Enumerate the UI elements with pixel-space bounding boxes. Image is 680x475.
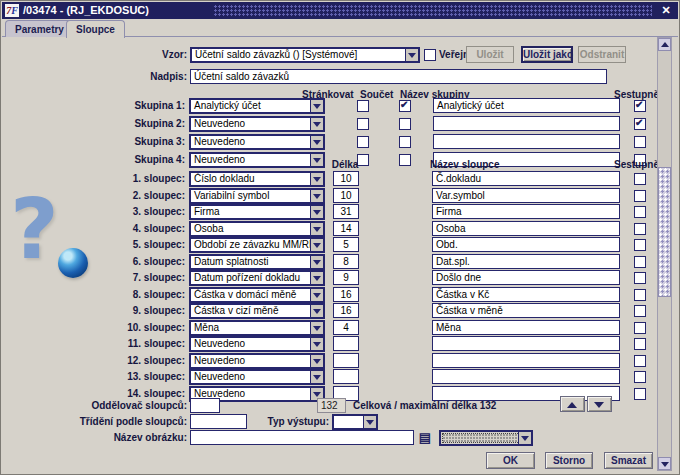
chevron-down-icon[interactable] [310,371,323,383]
trideni-field[interactable] [190,414,247,429]
move-down-button[interactable] [587,396,612,412]
nazev-obrazku-field[interactable] [190,430,414,445]
delka-field[interactable]: 5 [333,237,359,252]
group-combo[interactable]: Analytický účet [189,98,325,114]
typ-vystupu-combo[interactable] [332,414,378,430]
nadpis-field[interactable]: Účetní saldo závazků [190,69,607,84]
chevron-down-icon[interactable] [310,355,323,367]
move-up-button[interactable] [560,396,585,412]
sestupne-checkbox[interactable] [634,371,646,383]
delka-field[interactable]: 10 [333,171,359,186]
column-name-field[interactable] [432,336,620,351]
sestupne-checkbox[interactable] [634,388,646,400]
column-combo[interactable]: Neuvedeno [189,369,325,385]
column-name-field[interactable]: Částka v měně [432,303,620,318]
delka-field[interactable]: 9 [333,270,359,285]
column-name-field[interactable]: Osoba [432,221,620,236]
list-picker-icon[interactable]: ▤ [417,430,433,445]
tab-sloupce[interactable]: Sloupce [66,20,125,38]
chevron-down-icon[interactable] [310,223,323,235]
chevron-down-icon[interactable] [310,322,323,334]
sestupne-checkbox[interactable] [634,206,646,218]
delka-field[interactable] [333,369,359,384]
sestupne-checkbox[interactable] [634,305,646,317]
strankovat-checkbox[interactable] [357,100,369,112]
sestupne-checkbox[interactable] [634,272,646,284]
column-name-field[interactable] [432,369,620,384]
chevron-down-icon[interactable] [310,239,323,251]
delka-field[interactable] [333,353,359,368]
delka-field[interactable]: 16 [333,287,359,302]
chevron-down-icon[interactable] [310,118,323,130]
close-icon[interactable] [659,3,673,17]
vzor-combo[interactable]: Účetní saldo závazků () [Systémové] [190,47,420,63]
image-combo[interactable] [439,430,533,446]
ok-button[interactable]: OK [486,452,535,469]
vertical-scrollbar[interactable] [657,37,672,471]
column-name-field[interactable]: Var.symbol [432,188,620,203]
group-name-field[interactable] [433,134,620,149]
tab-parametry[interactable]: Parametry [5,20,74,37]
column-name-field[interactable]: Firma [432,204,620,219]
column-name-field[interactable] [432,353,620,368]
soucet-checkbox[interactable] [399,100,411,112]
delka-field[interactable]: 31 [333,204,359,219]
sestupne-checkbox[interactable] [634,173,646,185]
oddelovac-field[interactable] [190,398,220,413]
scroll-up-icon[interactable] [658,38,671,51]
column-name-field[interactable]: Č.dokladu [432,171,620,186]
column-name-field[interactable]: Měna [432,320,620,335]
column-name-field[interactable]: Částka v Kč [432,287,620,302]
sestupne-checkbox[interactable] [634,118,646,130]
column-combo[interactable]: Firma [189,204,325,220]
group-name-field[interactable] [433,116,620,131]
column-combo[interactable]: Částka v domácí měně [189,287,325,303]
group-combo[interactable]: Neuvedeno [189,152,325,168]
column-name-field[interactable]: Došlo dne [432,270,620,285]
sestupne-checkbox[interactable] [634,136,646,148]
column-combo[interactable]: Datum pořízení dokladu [189,270,325,286]
chevron-down-icon[interactable] [310,206,323,218]
delka-field[interactable] [333,336,359,351]
soucet-checkbox[interactable] [399,118,411,130]
sestupne-checkbox[interactable] [634,256,646,268]
column-combo[interactable]: Měna [189,320,325,336]
ulozit-button[interactable]: Uložit [466,46,514,63]
chevron-down-icon[interactable] [310,190,323,202]
delka-field[interactable]: 14 [333,221,359,236]
chevron-down-icon[interactable] [310,136,323,148]
chevron-down-icon[interactable] [310,272,323,284]
column-combo[interactable]: Období ze závazku MM/RR [189,237,325,253]
column-combo[interactable]: Neuvedeno [189,353,325,369]
sestupne-checkbox[interactable] [634,322,646,334]
group-name-field[interactable]: Analytický účet [433,98,620,113]
ulozit-jako-button[interactable]: Uložit jako [521,46,573,63]
chevron-down-icon[interactable] [405,49,418,61]
sestupne-checkbox[interactable] [634,190,646,202]
sestupne-checkbox[interactable] [634,338,646,350]
storno-button[interactable]: Storno [545,452,593,469]
chevron-down-icon[interactable] [518,432,531,444]
chevron-down-icon[interactable] [310,289,323,301]
chevron-down-icon[interactable] [310,338,323,350]
column-combo[interactable]: Částka v cizí měně [189,303,325,319]
column-name-field[interactable]: Dat.spl. [432,254,620,269]
chevron-down-icon[interactable] [310,154,323,166]
sestupne-checkbox[interactable] [634,223,646,235]
sestupne-checkbox[interactable] [634,239,646,251]
delka-field[interactable]: 8 [333,254,359,269]
smazat-button[interactable]: Smazat [604,452,653,469]
sestupne-checkbox[interactable] [634,100,646,112]
chevron-down-icon[interactable] [310,305,323,317]
column-combo[interactable]: Neuvedeno [189,336,325,352]
soucet-checkbox[interactable] [399,154,411,166]
group-combo[interactable]: Neuvedeno [189,134,325,150]
delka-field[interactable]: 16 [333,303,359,318]
sestupne-checkbox[interactable] [634,355,646,367]
column-name-field[interactable]: Obd. [432,237,620,252]
soucet-checkbox[interactable] [399,136,411,148]
delka-field[interactable]: 10 [333,188,359,203]
sestupne-checkbox[interactable] [634,289,646,301]
column-combo[interactable]: Variabilní symbol [189,188,325,204]
strankovat-checkbox[interactable] [357,136,369,148]
